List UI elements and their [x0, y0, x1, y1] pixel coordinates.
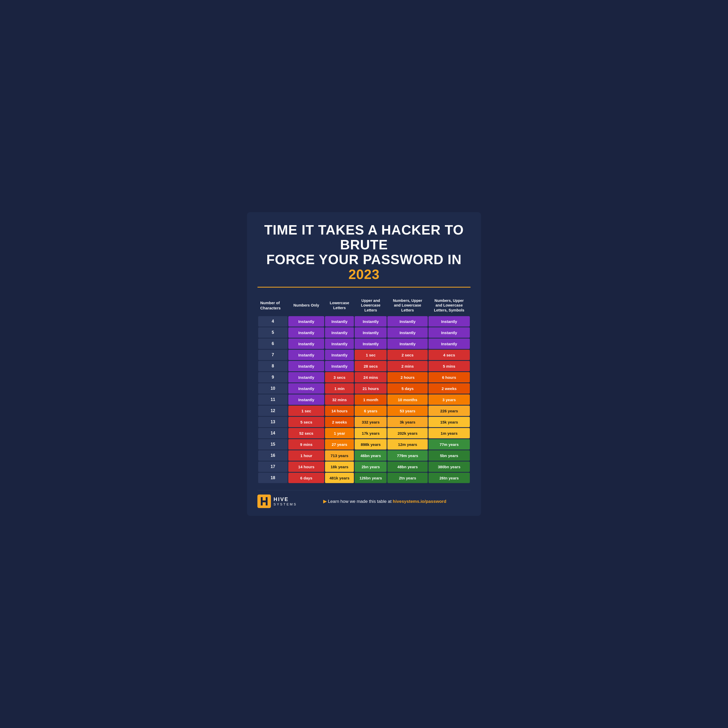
table-row: 6InstantlyInstantlyInstantlyInstantlyIns…: [258, 338, 470, 349]
cell-lower: 32 mins: [325, 395, 354, 405]
table-row: 11Instantly32 mins1 month10 months3 year…: [258, 395, 470, 405]
cell-numUpperLower: 10 months: [387, 395, 427, 405]
arrow-icon: ▶: [323, 499, 327, 504]
cell-lower: Instantly: [325, 327, 354, 338]
cell-lower: 713 years: [325, 450, 354, 461]
cell-chars: 5: [258, 327, 288, 338]
cell-numOnly: 52 secs: [288, 428, 324, 438]
table-row: 8InstantlyInstantly28 secs2 mins5 mins: [258, 361, 470, 371]
cell-numUpperLower: Instantly: [387, 327, 427, 338]
footer-link[interactable]: hivesystems.io/password: [393, 499, 447, 504]
cell-numUpperLowerSym: Instantly: [428, 338, 470, 349]
title-line2: FORCE YOUR PASSWORD IN: [266, 252, 462, 267]
footer: HIVE SYSTEMS ▶ Learn how we made this ta…: [257, 490, 471, 508]
table-row: 9Instantly3 secs24 mins2 hours6 hours: [258, 372, 470, 382]
cell-numUpperLowerSym: 5 mins: [428, 361, 470, 371]
cell-numUpperLower: 2 mins: [387, 361, 427, 371]
page-title: TIME IT TAKES A HACKER TO BRUTE FORCE YO…: [257, 223, 471, 282]
cell-chars: 13: [258, 417, 288, 427]
cell-upperLower: 46bn years: [355, 450, 387, 461]
learn-text: Learn how we made this table at: [328, 499, 393, 504]
logo-text: HIVE SYSTEMS: [274, 496, 297, 506]
logo: HIVE SYSTEMS: [257, 494, 299, 508]
cell-numUpperLowerSym: 77m years: [428, 439, 470, 450]
cell-numUpperLowerSym: 3 years: [428, 395, 470, 405]
col-header-upper-lower: Upper andLowercaseLetters: [355, 296, 387, 316]
cell-upperLower: 1 month: [355, 395, 387, 405]
cell-upperLower: Instantly: [355, 327, 387, 338]
cell-numUpperLower: Instantly: [387, 338, 427, 349]
cell-numOnly: 1 hour: [288, 450, 324, 461]
cell-numUpperLower: 12m years: [387, 439, 427, 450]
cell-chars: 15: [258, 439, 288, 450]
cell-chars: 10: [258, 383, 288, 394]
table-row: 121 sec14 hours6 years53 years226 years: [258, 405, 470, 416]
table-row: 1452 secs1 year17k years202k years1m yea…: [258, 428, 470, 438]
cell-numUpperLowerSym: 5bn years: [428, 450, 470, 461]
col-header-numbers-only: Numbers Only: [288, 296, 324, 316]
cell-chars: 9: [258, 372, 288, 382]
col-header-lowercase: LowercaseLetters: [325, 296, 354, 316]
cell-chars: 14: [258, 428, 288, 438]
cell-numUpperLower: Instantly: [387, 316, 427, 327]
table-row: 1714 hours18k years2bn years48bn years38…: [258, 462, 470, 472]
cell-upperLower: 17k years: [355, 428, 387, 438]
col-header-num-upper-lower-sym: Numbers, Upperand LowercaseLetters, Symb…: [428, 296, 470, 316]
cell-chars: 8: [258, 361, 288, 371]
brand-sub: SYSTEMS: [274, 502, 297, 506]
hive-logo-icon: [257, 494, 271, 508]
cell-numOnly: Instantly: [288, 350, 324, 360]
cell-chars: 4: [258, 316, 288, 327]
main-container: TIME IT TAKES A HACKER TO BRUTE FORCE YO…: [247, 212, 481, 516]
cell-numUpperLowerSym: 1m years: [428, 428, 470, 438]
cell-numOnly: 6 days: [288, 473, 324, 483]
cell-numUpperLower: 2tn years: [387, 473, 427, 483]
cell-upperLower: 898k years: [355, 439, 387, 450]
cell-lower: Instantly: [325, 316, 354, 327]
cell-upperLower: 332 years: [355, 417, 387, 427]
cell-numUpperLower: 202k years: [387, 428, 427, 438]
cell-upperLower: 126bn years: [355, 473, 387, 483]
table-row: 135 secs2 weeks332 years3k years15k year…: [258, 417, 470, 427]
cell-upperLower: 24 mins: [355, 372, 387, 382]
table-row: 7InstantlyInstantly1 sec2 secs4 secs: [258, 350, 470, 360]
cell-lower: 481k years: [325, 473, 354, 483]
cell-lower: Instantly: [325, 338, 354, 349]
table-row: 10Instantly1 min21 hours5 days2 weeks: [258, 383, 470, 394]
cell-numUpperLower: 48bn years: [387, 462, 427, 472]
divider: [257, 287, 471, 288]
cell-lower: 14 hours: [325, 405, 354, 416]
cell-upperLower: Instantly: [355, 338, 387, 349]
cell-lower: 3 secs: [325, 372, 354, 382]
cell-numOnly: Instantly: [288, 327, 324, 338]
table-row: 4InstantlyInstantlyInstantlyInstantlyIns…: [258, 316, 470, 327]
cell-numOnly: Instantly: [288, 395, 324, 405]
cell-chars: 17: [258, 462, 288, 472]
cell-numOnly: 1 sec: [288, 405, 324, 416]
cell-numOnly: Instantly: [288, 361, 324, 371]
brand-name: HIVE: [274, 496, 297, 502]
cell-chars: 12: [258, 405, 288, 416]
cell-numUpperLower: 5 days: [387, 383, 427, 394]
cell-upperLower: 1 sec: [355, 350, 387, 360]
cell-numUpperLowerSym: Instantly: [428, 327, 470, 338]
cell-numOnly: 5 secs: [288, 417, 324, 427]
cell-lower: 1 year: [325, 428, 354, 438]
cell-lower: Instantly: [325, 361, 354, 371]
cell-lower: 18k years: [325, 462, 354, 472]
cell-numUpperLowerSym: 226 years: [428, 405, 470, 416]
cell-lower: 27 years: [325, 439, 354, 450]
cell-numUpperLowerSym: Instantly: [428, 316, 470, 327]
cell-numOnly: Instantly: [288, 338, 324, 349]
cell-numUpperLower: 3k years: [387, 417, 427, 427]
col-header-chars: Number ofCharacters: [258, 296, 288, 316]
cell-upperLower: 28 secs: [355, 361, 387, 371]
cell-chars: 11: [258, 395, 288, 405]
title-year: 2023: [349, 267, 379, 282]
cell-numUpperLower: 2 secs: [387, 350, 427, 360]
cell-lower: 1 min: [325, 383, 354, 394]
cell-numUpperLowerSym: 26tn years: [428, 473, 470, 483]
cell-chars: 6: [258, 338, 288, 349]
cell-numOnly: 9 mins: [288, 439, 324, 450]
cell-numUpperLower: 779m years: [387, 450, 427, 461]
